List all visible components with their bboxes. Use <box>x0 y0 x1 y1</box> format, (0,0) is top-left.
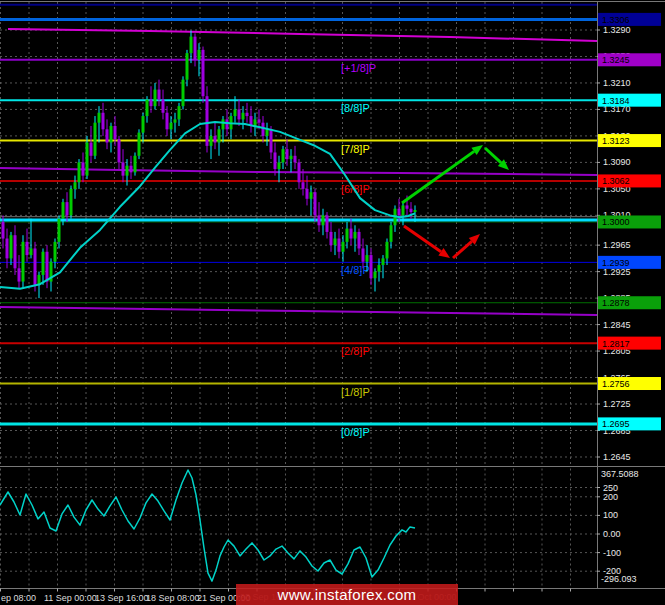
murrey-level-label: [7/8]P <box>341 143 370 155</box>
candle-body <box>78 162 81 182</box>
candle-body <box>282 149 285 162</box>
murrey-level-label: [0/8]P <box>341 426 370 438</box>
candle-body <box>6 239 9 259</box>
price-level-badge-value: 1.2756 <box>602 379 630 389</box>
candle-body <box>350 229 353 239</box>
grid <box>0 2 597 589</box>
candle-body <box>198 50 201 60</box>
price-level-badge-value: 1.3123 <box>602 136 630 146</box>
candle-body <box>222 119 225 129</box>
candle-body <box>274 152 277 169</box>
candle-body <box>330 232 333 245</box>
candle-body <box>234 109 237 116</box>
candle-body <box>118 139 121 162</box>
candle-body <box>154 90 157 107</box>
murrey-level-label: [6/8]P <box>341 183 370 195</box>
candle-body <box>342 242 345 252</box>
price-level-badge-value: 1.2939 <box>602 258 630 268</box>
candle-body <box>398 209 401 216</box>
candle-body <box>370 255 373 278</box>
trend-line-upper <box>8 29 597 41</box>
candle-body <box>130 166 133 173</box>
candle-body <box>150 100 153 107</box>
candle-body <box>290 156 293 159</box>
candle-body <box>34 248 37 284</box>
candle-body <box>354 232 357 239</box>
candle-body <box>242 113 245 120</box>
candle-body <box>322 215 325 225</box>
candle-body <box>182 80 185 106</box>
price-level-badge-value: 1.2878 <box>602 298 630 308</box>
candle-body <box>202 50 205 96</box>
candlestick-chart[interactable]: [+1/8]P[8/8]P[7/8]P[6/8]P[4/8]P[2/8]P[1/… <box>0 0 665 605</box>
indicator-tick-label: 100 <box>603 510 618 520</box>
candle-body <box>114 126 117 139</box>
candle-body <box>326 215 329 232</box>
candle-body <box>138 133 141 156</box>
red-rebound-arrow <box>453 241 472 258</box>
candle-body <box>2 222 5 239</box>
price-axis[interactable]: 1.32901.32501.32101.31701.31301.30901.30… <box>597 13 661 462</box>
candle-body <box>122 162 125 175</box>
candle-body <box>18 268 21 281</box>
price-level-badge-value: 1.2695 <box>602 419 630 429</box>
price-tick-label: 1.2645 <box>603 452 631 462</box>
candle-body <box>142 116 145 133</box>
candle-body <box>66 202 69 215</box>
candle-body <box>86 143 89 176</box>
candle-body <box>246 113 249 116</box>
candle-body <box>166 113 169 130</box>
candle-body <box>94 123 97 156</box>
price-level-badge-value: 1.3000 <box>602 217 630 227</box>
time-label: 11 Sep 00:00 <box>44 593 97 603</box>
candle-body <box>90 143 93 156</box>
price-tick-label: 1.3290 <box>603 25 631 35</box>
candle-body <box>314 192 317 215</box>
price-level-badge-value: 1.3245 <box>602 55 630 65</box>
candle-body <box>58 219 61 242</box>
candle-body <box>302 182 305 189</box>
green-up-arrow <box>402 151 474 203</box>
trend-line-lower <box>0 307 597 315</box>
indicator-min-label: -296.093 <box>601 574 637 584</box>
candle-body <box>414 210 417 212</box>
price-level-badge-value: 1.3306 <box>602 15 630 25</box>
candle-body <box>390 225 393 242</box>
price-tick-label: 1.2965 <box>603 240 631 250</box>
murrey-level-label: [8/8]P <box>341 102 370 114</box>
candle-body <box>74 182 77 189</box>
indicator-tick-label: 0.00 <box>603 529 621 539</box>
candle-body <box>26 242 29 255</box>
candle-body <box>30 248 33 255</box>
time-label: 13 Sep 16:00 <box>95 593 149 603</box>
candle-body <box>338 239 341 252</box>
murrey-level-label: [+1/8]P <box>341 62 376 74</box>
green-pullback-arrow <box>485 148 501 163</box>
candle-body <box>310 192 313 199</box>
candle-body <box>174 119 177 122</box>
indicator-axis[interactable]: 367.50882502001000.00-100-200-296.093 <box>597 469 639 584</box>
candle-body <box>190 37 193 54</box>
candle-body <box>306 189 309 199</box>
indicator-tick-label: 200 <box>603 492 618 502</box>
candle-body <box>210 136 213 146</box>
candle-body <box>270 129 273 152</box>
time-label: ep 08:00 <box>1 593 36 603</box>
candle-body <box>46 252 49 282</box>
price-tick-label: 1.2725 <box>603 399 631 409</box>
candle-body <box>410 209 413 212</box>
candle-body <box>378 265 381 272</box>
candle-body <box>146 100 149 117</box>
candle-body <box>162 100 165 113</box>
price-level-badge-value: 1.3184 <box>602 96 630 106</box>
murrey-level-label: [2/8]P <box>341 345 370 357</box>
candle-body <box>14 235 17 268</box>
candle-body <box>106 129 109 142</box>
indicator-max-label: 367.5088 <box>601 469 639 479</box>
candle-body <box>178 106 181 119</box>
candle-body <box>266 129 269 136</box>
watermark-banner: www.instaforex.com <box>236 584 458 605</box>
borders <box>0 2 665 589</box>
candle-body <box>82 162 85 175</box>
candle-body <box>374 272 377 279</box>
